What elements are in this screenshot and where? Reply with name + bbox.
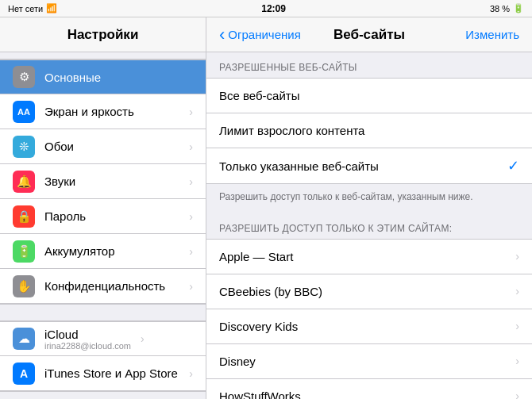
itunes-icon: A: [13, 363, 35, 385]
disney-chevron-icon: ›: [515, 355, 519, 367]
sidebar-label-sounds: Звуки: [44, 175, 179, 188]
sidebar-label-password: Пароль: [44, 209, 179, 223]
all-sites-label: Все веб-сайты: [219, 89, 519, 102]
battery-chevron: ›: [189, 245, 193, 258]
icloud-chevron: ›: [141, 332, 145, 345]
action-button[interactable]: Изменить: [465, 28, 519, 41]
specific-sites-group: Apple — Start › CBeebies (by BBC) › Disc…: [206, 239, 532, 399]
sidebar-label-basic: Основные: [44, 71, 193, 84]
cbeebies-label: CBeebies (by BBC): [219, 285, 515, 298]
discovery-chevron-icon: ›: [515, 320, 519, 332]
back-button[interactable]: ‹ Ограничения: [219, 26, 301, 44]
display-icon: AA: [13, 101, 35, 123]
sidebar-list-group-1: ⚙ Основные AA Экран и яркость › ❊ Обои ›: [0, 59, 206, 305]
right-panel: ‹ Ограничения Веб-сайты Изменить РАЗРЕШЕ…: [206, 17, 532, 399]
privacy-chevron: ›: [189, 280, 193, 293]
apple-label: Apple — Start: [219, 250, 515, 263]
specific-label: Только указанные веб-сайты: [219, 159, 507, 173]
sidebar-separator-2: [0, 392, 206, 399]
sidebar-item-icloud[interactable]: ☁ iCloud irina2288@icloud.com ›: [0, 321, 206, 356]
sidebar-label-icloud: iCloud: [44, 328, 131, 341]
discovery-label: Discovery Kids: [219, 320, 515, 333]
status-bar: Нет сети 📶 12:09 38 % 🔋: [0, 0, 532, 17]
right-content: РАЗРЕШЕННЫЕ ВЕБ-САЙТЫ Все веб-сайты Лими…: [206, 52, 532, 399]
sounds-icon: 🔔: [13, 171, 35, 193]
sidebar: Настройки ⚙ Основные AA Экран и яркость …: [0, 17, 206, 399]
sidebar-item-privacy[interactable]: ✋ Конфиденциальность ›: [0, 269, 206, 304]
sidebar-label-battery: Аккумулятор: [44, 244, 179, 258]
cbeebies-chevron-icon: ›: [515, 285, 519, 297]
sidebar-list-group-2: ☁ iCloud irina2288@icloud.com › A iTunes…: [0, 320, 206, 392]
carrier-label: Нет сети: [8, 4, 43, 13]
disney-label: Disney: [219, 355, 515, 368]
list-item-adult[interactable]: Лимит взрослого контента: [206, 113, 532, 148]
wallpaper-chevron: ›: [189, 140, 193, 153]
sidebar-title: Настройки: [0, 17, 206, 52]
panel-title: Веб-сайты: [333, 27, 405, 43]
apple-chevron-icon: ›: [515, 250, 519, 263]
sidebar-item-display[interactable]: AA Экран и яркость ›: [0, 94, 206, 129]
status-right: 38 % 🔋: [490, 3, 524, 13]
sidebar-group-1: ⚙ Основные AA Экран и яркость › ❊ Обои ›: [0, 52, 206, 305]
battery-sidebar-icon: 🔋: [13, 240, 35, 263]
howstuffworks-chevron-icon: ›: [515, 389, 519, 399]
sidebar-label-display: Экран и яркость: [44, 105, 179, 118]
sidebar-label-privacy: Конфиденциальность: [44, 279, 179, 293]
sidebar-label-wallpaper: Обои: [44, 140, 179, 153]
sidebar-item-battery[interactable]: 🔋 Аккумулятор ›: [0, 234, 206, 269]
adult-label: Лимит взрослого контента: [219, 124, 519, 137]
back-label: Ограничения: [228, 28, 300, 41]
wallpaper-icon: ❊: [13, 136, 35, 158]
section-title-allowed: РАЗРЕШЕННЫЕ ВЕБ-САЙТЫ: [206, 52, 532, 78]
password-chevron: ›: [189, 210, 193, 223]
list-item-howstuffworks[interactable]: HowStuffWorks ›: [206, 379, 532, 399]
battery-label: 38 %: [490, 4, 510, 13]
icloud-sublabel: irina2288@icloud.com: [44, 341, 131, 351]
sidebar-item-wallpaper[interactable]: ❊ Обои ›: [0, 129, 206, 164]
sidebar-item-itunes[interactable]: A iTunes Store и App Store ›: [0, 356, 206, 391]
wifi-icon: 📶: [46, 3, 57, 13]
sidebar-item-sounds[interactable]: 🔔 Звуки ›: [0, 164, 206, 199]
info-text: Разрешить доступ только к веб-сайтам, ук…: [206, 184, 532, 213]
privacy-icon: ✋: [13, 275, 35, 297]
list-item-specific[interactable]: Только указанные веб-сайты ✓: [206, 148, 532, 183]
right-header-inner: ‹ Ограничения Веб-сайты Изменить: [219, 26, 519, 44]
howstuffworks-label: HowStuffWorks: [219, 389, 515, 399]
icloud-label-group: iCloud irina2288@icloud.com: [44, 328, 131, 351]
sidebar-separator-1: [0, 305, 206, 320]
password-icon: 🔒: [13, 205, 35, 228]
battery-icon: 🔋: [513, 3, 524, 13]
allowed-sites-group: Все веб-сайты Лимит взрослого контента Т…: [206, 78, 532, 184]
sidebar-item-basic[interactable]: ⚙ Основные: [0, 59, 206, 94]
main-layout: Настройки ⚙ Основные AA Экран и яркость …: [0, 17, 532, 399]
list-item-apple[interactable]: Apple — Start ›: [206, 240, 532, 274]
sidebar-label-itunes: iTunes Store и App Store: [44, 366, 179, 380]
display-chevron: ›: [189, 106, 193, 118]
list-item-all-sites[interactable]: Все веб-сайты: [206, 79, 532, 113]
list-item-disney[interactable]: Disney ›: [206, 344, 532, 379]
itunes-chevron: ›: [189, 367, 193, 380]
right-header: ‹ Ограничения Веб-сайты Изменить: [206, 17, 532, 52]
specific-check-icon: ✓: [507, 157, 519, 175]
list-item-cbeebies[interactable]: CBeebies (by BBC) ›: [206, 274, 532, 309]
section-title-specific: РАЗРЕШИТЬ ДОСТУП ТОЛЬКО К ЭТИМ САЙТАМ:: [206, 213, 532, 239]
time-label: 12:09: [261, 3, 286, 14]
status-left: Нет сети 📶: [8, 3, 57, 13]
list-item-discovery[interactable]: Discovery Kids ›: [206, 309, 532, 344]
icloud-icon: ☁: [13, 328, 35, 350]
back-chevron-icon: ‹: [219, 26, 225, 44]
sidebar-item-password[interactable]: 🔒 Пароль ›: [0, 199, 206, 234]
sounds-chevron: ›: [189, 175, 193, 188]
basic-icon: ⚙: [13, 66, 35, 88]
